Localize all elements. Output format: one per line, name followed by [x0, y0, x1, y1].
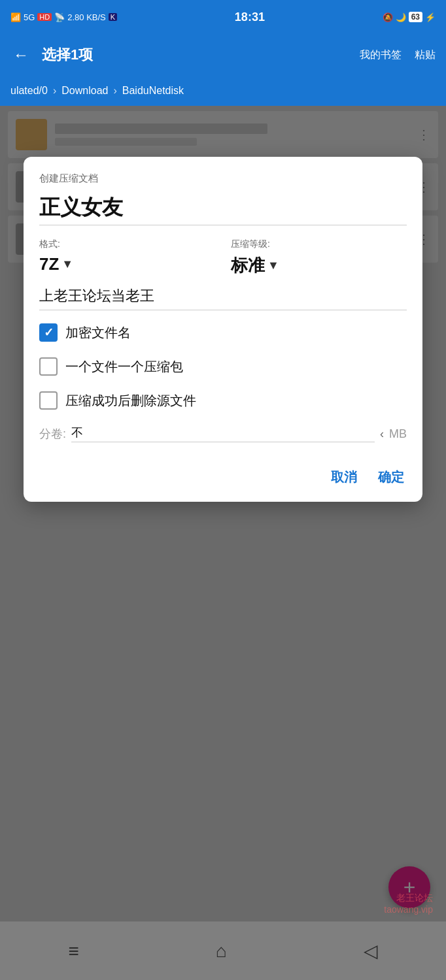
split-row: 分卷: ‹ MB	[39, 425, 407, 442]
status-bar: 📶 5G HD 📡 2.80 KB/S K 18:31 🔕 🌙 63 ⚡	[0, 0, 446, 34]
split-label: 分卷:	[39, 426, 66, 442]
bookmarks-button[interactable]: 我的书签	[360, 48, 402, 62]
delete-source-row: 压缩成功后删除源文件	[39, 391, 407, 410]
level-select[interactable]: 标准 ▼	[231, 254, 407, 277]
moon-icon: 🌙	[396, 12, 406, 22]
dialog-actions: 取消 确定	[39, 458, 407, 491]
breadcrumb-baidu[interactable]: BaiduNetdisk	[122, 85, 184, 97]
dialog-title: 创建压缩文档	[39, 172, 407, 185]
cancel-button[interactable]: 取消	[328, 463, 360, 491]
password-input[interactable]	[39, 287, 407, 310]
split-arrow-icon: ‹	[380, 427, 384, 441]
watermark: 老王论坛 taowang.vip	[384, 892, 433, 915]
app-bar-actions: 我的书签 粘贴	[360, 48, 436, 62]
one-file-row: 一个文件一个压缩包	[39, 357, 407, 376]
format-dropdown-icon: ▼	[61, 257, 73, 271]
delete-source-checkbox[interactable]	[39, 391, 58, 410]
battery-level: 63	[409, 12, 422, 22]
delete-source-label: 压缩成功后删除源文件	[65, 392, 196, 410]
bell-icon: 🔕	[383, 12, 393, 22]
format-group: 格式: 7Z ▼	[39, 238, 215, 277]
app-bar-title: 选择1项	[42, 45, 349, 65]
create-archive-dialog: 创建压缩文档 格式: 7Z ▼ 压缩等级: 标准 ▼ ✓ 加密文件名 一个文件一…	[24, 157, 422, 502]
wifi-icon: 📡	[54, 12, 65, 22]
split-input[interactable]	[71, 425, 375, 442]
breadcrumb-download[interactable]: Download	[61, 85, 108, 97]
level-dropdown-icon: ▼	[267, 259, 279, 272]
breadcrumb-bar: ulated/0 › Download › BaiduNetdisk	[0, 76, 446, 106]
hd-badge: HD	[37, 13, 52, 21]
level-value: 标准	[231, 254, 265, 277]
confirm-button[interactable]: 确定	[375, 463, 407, 491]
signal-5g: 5G	[24, 12, 35, 22]
app-bar: ← 选择1项 我的书签 粘贴	[0, 34, 446, 76]
paste-button[interactable]: 粘贴	[415, 48, 436, 62]
back-button[interactable]: ←	[10, 43, 31, 67]
format-label: 格式:	[39, 238, 215, 250]
breadcrumb-sep1: ›	[53, 85, 56, 97]
charge-icon: ⚡	[425, 12, 436, 22]
signal-icon: 📶	[10, 12, 21, 22]
encrypt-filename-label: 加密文件名	[65, 324, 131, 342]
format-level-row: 格式: 7Z ▼ 压缩等级: 标准 ▼	[39, 238, 407, 277]
one-file-checkbox[interactable]	[39, 357, 58, 376]
breadcrumb-sep2: ›	[113, 85, 116, 97]
level-group: 压缩等级: 标准 ▼	[231, 238, 407, 277]
status-left: 📶 5G HD 📡 2.80 KB/S K	[10, 12, 117, 22]
status-right: 🔕 🌙 63 ⚡	[383, 12, 436, 22]
level-label: 压缩等级:	[231, 238, 407, 250]
checkmark-icon: ✓	[44, 325, 54, 340]
filename-input[interactable]	[39, 195, 407, 225]
breadcrumb-part1[interactable]: ulated/0	[10, 85, 48, 97]
format-select[interactable]: 7Z ▼	[39, 254, 215, 274]
k-icon: K	[109, 13, 117, 21]
split-unit: MB	[389, 427, 407, 441]
encrypt-filename-row: ✓ 加密文件名	[39, 323, 407, 342]
watermark-line2: taowang.vip	[384, 904, 433, 915]
encrypt-filename-checkbox[interactable]: ✓	[39, 323, 58, 342]
speed-text: 2.80 KB/S	[67, 12, 106, 22]
one-file-label: 一个文件一个压缩包	[65, 358, 183, 376]
format-value: 7Z	[39, 254, 59, 274]
watermark-line1: 老王论坛	[384, 892, 433, 904]
clock: 18:31	[235, 10, 265, 24]
